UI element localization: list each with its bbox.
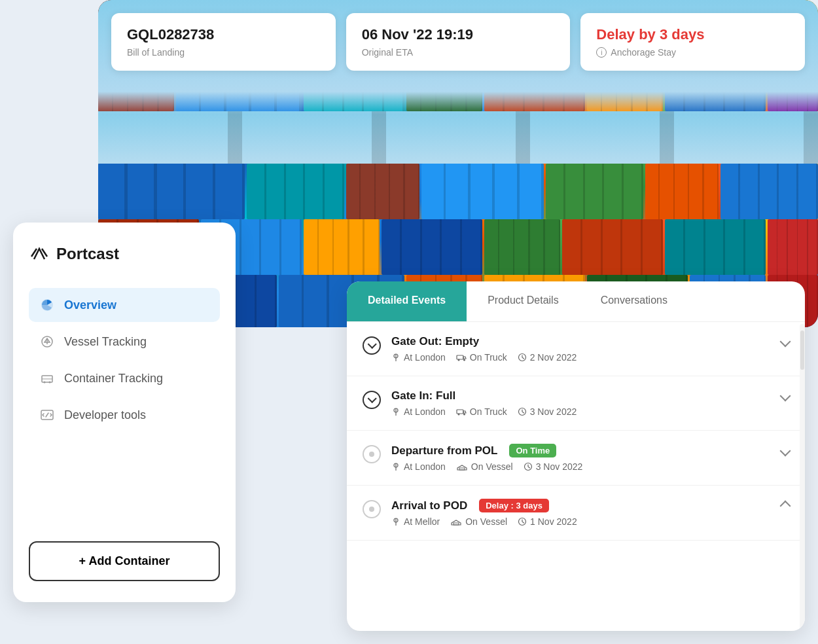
sidebar-item-vessel-tracking[interactable]: Vessel Tracking xyxy=(29,325,220,359)
event-gate-out-empty: Gate Out: Empty At London On Truck xyxy=(347,322,805,376)
logo-area: Portcast xyxy=(29,243,220,264)
event-date-2: 3 Nov 2022 xyxy=(518,406,577,417)
svg-point-17 xyxy=(463,414,465,416)
event-title-2: Gate In: Full xyxy=(391,389,455,402)
chevron-down-icon-1[interactable] xyxy=(780,336,791,348)
event-content-3: Departure from POL On Time At London On … xyxy=(391,444,789,472)
event-completed-icon-2 xyxy=(363,391,381,409)
info-cards: GQL0282738 Bill of Landing 06 Nov '22 19… xyxy=(111,13,805,71)
event-date-3: 3 Nov 2022 xyxy=(524,461,583,472)
bill-of-landing-label: Bill of Landing xyxy=(127,47,320,58)
event-details-2: At London On Truck 3 Nov 2022 xyxy=(391,406,789,417)
developer-tools-label: Developer tools xyxy=(64,408,146,422)
sidebar-item-developer-tools[interactable]: Developer tools xyxy=(29,398,220,432)
add-container-button[interactable]: + Add Container xyxy=(29,541,220,581)
sidebar: Portcast Overview Vessel xyxy=(13,223,236,602)
event-badge-4: Delay : 3 days xyxy=(479,499,549,512)
event-departure-pol: Departure from POL On Time At London On … xyxy=(347,431,805,486)
container-icon xyxy=(39,370,55,386)
tab-conversations[interactable]: Conversations xyxy=(580,281,688,321)
delay-value: Delay by 3 days xyxy=(596,26,789,43)
sidebar-item-overview[interactable]: Overview xyxy=(29,288,220,322)
original-eta-value: 06 Nov '22 19:19 xyxy=(362,26,555,43)
delay-card: Delay by 3 days i Anchorage Stay xyxy=(580,13,805,71)
event-transport-2: On Truck xyxy=(456,406,507,417)
event-location-4: At Mellor xyxy=(391,516,440,527)
svg-line-8 xyxy=(46,413,48,417)
event-completed-icon-1 xyxy=(363,336,381,355)
main-container: GQL0282738 Bill of Landing 06 Nov '22 19… xyxy=(0,0,818,644)
event-title-1: Gate Out: Empty xyxy=(391,335,479,348)
svg-point-11 xyxy=(457,359,459,361)
app-name: Portcast xyxy=(56,245,119,263)
event-location-3: At London xyxy=(391,461,446,472)
chevron-down-icon-3[interactable] xyxy=(780,445,791,456)
container-tracking-label: Container Tracking xyxy=(64,372,163,385)
scrollbar-thumb[interactable] xyxy=(800,331,804,370)
vessel-icon xyxy=(39,334,55,349)
event-transport-3: On Vessel xyxy=(456,461,513,472)
chevron-down-icon-2[interactable] xyxy=(780,391,791,402)
event-badge-3: On Time xyxy=(509,444,556,457)
scrollbar-track xyxy=(800,324,805,631)
dev-icon xyxy=(39,407,55,423)
bill-of-landing-value: GQL0282738 xyxy=(127,26,320,43)
event-pending-icon-4 xyxy=(363,500,381,518)
event-title-3: Departure from POL xyxy=(391,444,497,457)
tab-detailed-events[interactable]: Detailed Events xyxy=(347,281,467,321)
event-details-1: At London On Truck 2 Nov 2022 xyxy=(391,352,789,363)
event-content-4: Arrival to POD Delay : 3 days At Mellor … xyxy=(391,499,789,527)
event-transport-4: On Vessel xyxy=(450,516,507,527)
original-eta-card: 06 Nov '22 19:19 Original ETA xyxy=(346,13,571,71)
bill-of-landing-card: GQL0282738 Bill of Landing xyxy=(111,13,336,71)
sidebar-item-container-tracking[interactable]: Container Tracking xyxy=(29,361,220,395)
event-location-2: At London xyxy=(391,406,446,417)
event-content-1: Gate Out: Empty At London On Truck xyxy=(391,335,789,363)
event-pending-icon-3 xyxy=(363,445,381,463)
vessel-tracking-label: Vessel Tracking xyxy=(64,335,147,349)
svg-point-6 xyxy=(49,382,51,384)
chart-icon xyxy=(39,297,55,313)
event-details-4: At Mellor On Vessel 1 Nov 2022 xyxy=(391,516,789,527)
overview-label: Overview xyxy=(64,298,116,312)
event-details-3: At London On Vessel 3 Nov 2022 xyxy=(391,461,789,472)
svg-point-5 xyxy=(44,382,46,384)
svg-rect-15 xyxy=(457,410,463,414)
event-date-1: 2 Nov 2022 xyxy=(518,352,577,363)
svg-rect-20 xyxy=(459,468,465,470)
info-icon: i xyxy=(596,47,607,58)
events-list: Gate Out: Empty At London On Truck xyxy=(347,322,805,629)
event-location-1: At London xyxy=(391,352,446,363)
svg-rect-10 xyxy=(457,355,463,359)
event-gate-in-full: Gate In: Full At London On Truck xyxy=(347,376,805,431)
event-transport-1: On Truck xyxy=(456,352,507,363)
event-arrival-pod: Arrival to POD Delay : 3 days At Mellor … xyxy=(347,486,805,541)
tab-product-details[interactable]: Product Details xyxy=(467,281,580,321)
tabs-header: Detailed Events Product Details Conversa… xyxy=(347,281,805,322)
svg-point-12 xyxy=(463,359,465,361)
chevron-up-icon-4[interactable] xyxy=(780,500,791,511)
delay-label: i Anchorage Stay xyxy=(596,47,789,58)
event-title-4: Arrival to POD xyxy=(391,499,467,512)
event-content-2: Gate In: Full At London On Truck xyxy=(391,389,789,417)
main-panel: Detailed Events Product Details Conversa… xyxy=(347,281,805,631)
original-eta-label: Original ETA xyxy=(362,47,555,58)
portcast-logo-icon xyxy=(29,243,50,264)
event-date-4: 1 Nov 2022 xyxy=(518,516,577,527)
svg-rect-23 xyxy=(453,523,459,525)
svg-point-16 xyxy=(457,414,459,416)
